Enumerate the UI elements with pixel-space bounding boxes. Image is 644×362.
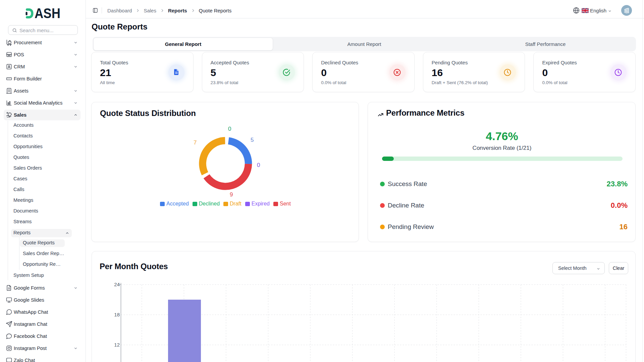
svg-text:18: 18 <box>114 312 120 317</box>
svg-text:24: 24 <box>114 282 120 287</box>
svg-text:ASH: ASH <box>35 7 60 20</box>
svg-text:12: 12 <box>114 342 120 348</box>
